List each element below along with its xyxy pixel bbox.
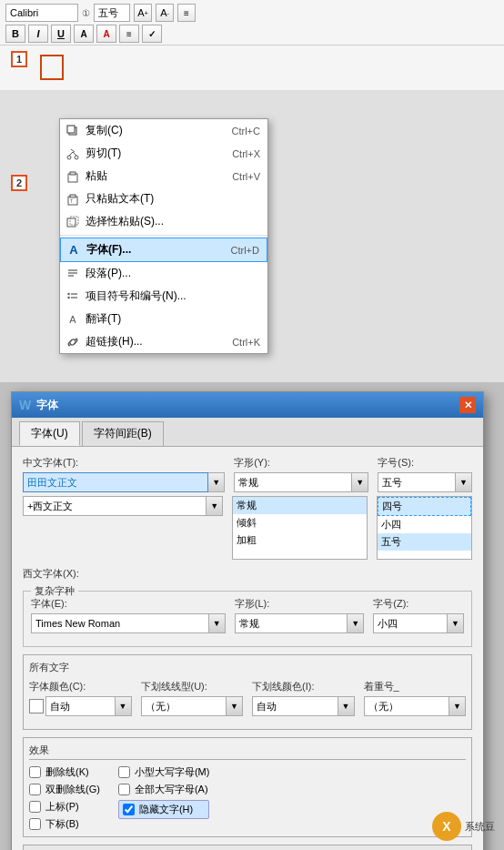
complex-style-input[interactable] — [235, 613, 348, 633]
menu-item-paste-label: 粘贴 — [86, 168, 107, 184]
menu-item-font-shortcut: Ctrl+D — [231, 245, 259, 256]
menu-item-copy[interactable]: 复制(C) Ctrl+C — [60, 119, 267, 142]
size-input[interactable] — [378, 472, 456, 492]
complex-size-label: 字号(Z): — [373, 597, 464, 611]
menu-item-paragraph[interactable]: 段落(P)... — [60, 262, 267, 285]
chinese-font-arrow[interactable]: ▼ — [208, 472, 225, 492]
svg-rect-12 — [67, 218, 76, 227]
menu-item-paste[interactable]: 粘贴 Ctrl+V — [60, 165, 267, 187]
tab-font[interactable]: 字体(U) — [19, 421, 80, 446]
menu-item-selective-paste[interactable]: 选择性粘贴(S)... — [60, 210, 267, 233]
menu-item-copy-shortcut: Ctrl+C — [232, 126, 260, 137]
effect-superscript-label: 上标(P) — [45, 800, 79, 814]
style-arrow[interactable]: ▼ — [352, 472, 368, 492]
effect-double-strikethrough-check[interactable] — [29, 784, 41, 795]
menu-item-font[interactable]: A 字体(F)... Ctrl+D — [60, 238, 267, 262]
bold-btn[interactable]: B — [5, 25, 25, 43]
effect-hidden-check[interactable] — [123, 804, 135, 815]
effect-all-caps-check[interactable] — [118, 784, 130, 795]
style-input[interactable] — [234, 472, 352, 492]
align-btn[interactable]: ≡ — [119, 25, 139, 43]
complex-font-input[interactable] — [31, 613, 209, 633]
logo-watermark: X 系统豆 — [432, 812, 495, 841]
menu-item-paste-shortcut: Ctrl+V — [232, 171, 260, 182]
svg-rect-8 — [70, 172, 76, 175]
style-group: 字形(Y): ▼ — [234, 456, 368, 492]
copy-icon — [64, 125, 82, 137]
menu-item-copy-label: 复制(C) — [86, 123, 123, 138]
dialog-close-btn[interactable]: ✕ — [459, 397, 476, 413]
badge-2: 2 — [11, 175, 27, 191]
effect-superscript-check[interactable] — [29, 801, 41, 813]
emphasis-combo: ▼ — [364, 696, 467, 716]
check-btn[interactable]: ✓ — [142, 25, 162, 43]
highlight-btn[interactable]: A — [74, 25, 94, 43]
svg-point-17 — [67, 292, 69, 294]
size-list-item-4[interactable]: 四号 — [378, 497, 471, 516]
west-font-input[interactable] — [23, 496, 207, 516]
menu-item-translate[interactable]: A 翻译(T) — [60, 308, 267, 330]
effect-superscript: 上标(P) — [29, 800, 100, 814]
effect-all-caps: 全部大写字母(A) — [118, 783, 210, 796]
underline-input[interactable] — [141, 696, 227, 716]
style-combo: ▼ — [234, 472, 368, 492]
effect-strikethrough-check[interactable] — [29, 766, 41, 778]
font-name-input[interactable] — [5, 4, 78, 22]
menu-item-cut[interactable]: 剪切(T) Ctrl+X — [60, 142, 267, 165]
complex-field-row: 字体(E): ▼ 字形(L): ▼ 字号(Z): — [31, 597, 464, 633]
chinese-font-input[interactable] — [23, 472, 208, 492]
complex-style-arrow[interactable]: ▼ — [348, 613, 364, 633]
font-size-input[interactable] — [94, 4, 130, 22]
font-dialog: W 字体 ✕ 字体(U) 字符间距(B) 中文字体(T): ▼ 字形(Y): ▼ — [11, 391, 484, 850]
style-label: 字形(Y): — [234, 456, 368, 470]
size-arrow[interactable]: ▼ — [456, 472, 472, 492]
emphasis-arrow[interactable]: ▼ — [449, 696, 466, 716]
paste-text-icon: T — [64, 193, 82, 206]
chinese-font-spacer: ▼ — [23, 496, 223, 560]
color-input[interactable] — [45, 696, 116, 716]
chinese-font-label: 中文字体(T): — [23, 456, 225, 470]
style-list-item-italic[interactable]: 倾斜 — [233, 514, 367, 531]
menu-item-paste-text[interactable]: T 只粘贴文本(T) — [60, 187, 267, 210]
cut-icon — [64, 147, 82, 160]
menu-item-font-label: 字体(F)... — [86, 242, 131, 258]
svg-point-19 — [67, 296, 69, 298]
menu-item-hyperlink[interactable]: 超链接(H)... Ctrl+K — [60, 330, 267, 353]
font-grow-btn[interactable]: A+ — [134, 4, 152, 22]
style-list[interactable]: 常规 倾斜 加粗 — [232, 496, 368, 560]
west-font-arrow[interactable]: ▼ — [207, 496, 223, 516]
style-list-item-bold[interactable]: 加粗 — [233, 531, 367, 549]
size-list[interactable]: 四号 小四 五号 — [377, 496, 472, 560]
effect-strikethrough-label: 删除线(K) — [45, 765, 89, 779]
dialog-titlebar: W 字体 ✕ — [12, 392, 483, 418]
emphasis-input[interactable] — [364, 696, 450, 716]
separator-1 — [60, 235, 267, 236]
clear-format-btn[interactable]: ≡ — [177, 4, 196, 22]
effect-subscript-check[interactable] — [29, 818, 41, 830]
effect-all-caps-label: 全部大写字母(A) — [135, 783, 208, 796]
font-shrink-btn[interactable]: A- — [156, 4, 174, 22]
underline-arrow[interactable]: ▼ — [227, 696, 243, 716]
font-color-btn[interactable]: A — [96, 25, 116, 43]
size-list-item-xiaosi[interactable]: 小四 — [378, 516, 471, 533]
color-arrow[interactable]: ▼ — [116, 696, 132, 716]
tab-char-spacing[interactable]: 字符间距(B) — [82, 421, 164, 446]
underline-type-label: 下划线线型(U): — [141, 680, 244, 693]
complex-size-arrow[interactable]: ▼ — [448, 613, 464, 633]
effect-subscript-label: 下标(B) — [45, 817, 79, 831]
underline-color-arrow[interactable]: ▼ — [338, 696, 355, 716]
west-font-label-row: 西文字体(X): — [23, 567, 472, 583]
underline-color-label: 下划线颜色(I): — [252, 680, 355, 693]
italic-btn[interactable]: I — [28, 25, 48, 43]
underline-btn[interactable]: U — [51, 25, 71, 43]
complex-size-input[interactable] — [373, 613, 448, 633]
effect-small-caps-label: 小型大写字母(M) — [135, 765, 210, 779]
effect-hidden: 隐藏文字(H) — [118, 800, 210, 819]
size-list-item-5[interactable]: 五号 — [378, 533, 471, 551]
effect-small-caps-check[interactable] — [118, 766, 130, 778]
complex-font-arrow[interactable]: ▼ — [209, 613, 226, 633]
effect-small-caps: 小型大写字母(M) — [118, 765, 210, 779]
style-list-item-regular[interactable]: 常规 — [233, 497, 367, 514]
underline-color-input[interactable] — [252, 696, 338, 716]
menu-item-bullets[interactable]: 项目符号和编号(N)... — [60, 285, 267, 308]
